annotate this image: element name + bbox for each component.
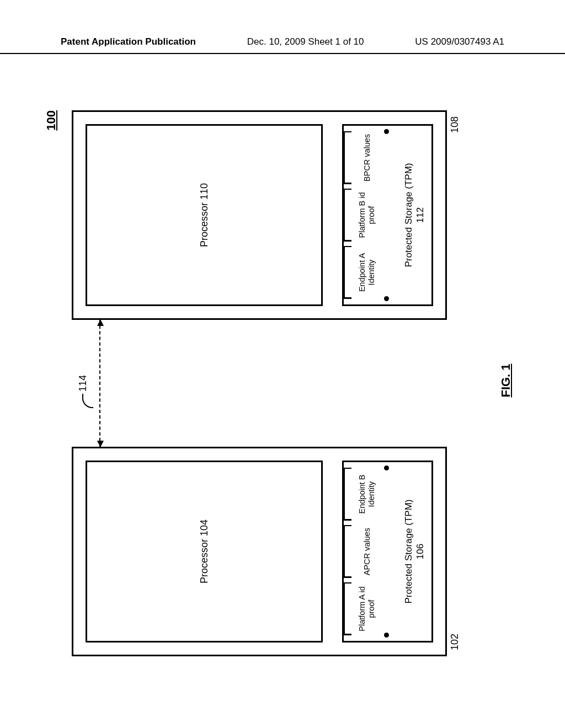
tpm-b-label-line2: 112 xyxy=(415,207,425,223)
header-publication: Patent Application Publication xyxy=(61,36,196,47)
figure-caption: FIG. 1 xyxy=(499,363,513,397)
tpm-a-slot-endpoint-b: Endpoint B Identity xyxy=(344,468,387,521)
tpm-b-label-line1: Protected Storage (TPM) xyxy=(403,163,414,267)
header-docnum: US 2009/0307493 A1 xyxy=(415,36,504,47)
tpm-a-slot-apcr: APCR values xyxy=(344,525,387,578)
platform-b: 108 Processor 110 Endpoint A Identity Pl… xyxy=(72,110,447,320)
link-ref-text: 114 xyxy=(77,375,88,392)
header-sheet: Dec. 10, 2009 Sheet 1 of 10 xyxy=(247,36,364,47)
tpm-a: Platform A id proof APCR values Endpoint… xyxy=(342,461,433,643)
tpm-b-slot-platform-id: Platform B id proof xyxy=(344,189,387,242)
tpm-a-label-line2: 106 xyxy=(415,544,425,559)
tpm-a-label: Protected Storage (TPM) 106 xyxy=(403,462,427,641)
drawing-sheet: 100 114 102 Processor 104 Platform A id … xyxy=(33,88,530,673)
figure-ref-100: 100 xyxy=(44,110,58,131)
platform-a: 102 Processor 104 Platform A id proof AP… xyxy=(72,447,447,656)
tpm-b-slot-0-label: Endpoint A Identity xyxy=(358,246,376,299)
leader-hook-icon xyxy=(82,394,93,408)
tpm-b-label: Protected Storage (TPM) 112 xyxy=(403,126,427,304)
platform-a-ref: 102 xyxy=(449,634,461,650)
tpm-a-slot-1-label: APCR values xyxy=(363,528,372,575)
tpm-a-slot-platform-id: Platform A id proof xyxy=(344,582,387,635)
tpm-a-slot-2-label: Endpoint B Identity xyxy=(358,468,376,521)
tpm-b-slot-2-label: BPCR values xyxy=(363,134,372,181)
processor-a: Processor 104 xyxy=(86,461,323,643)
tpm-b-slot-1-label: Platform B id proof xyxy=(358,189,376,242)
tpm-b: Endpoint A Identity Platform B id proof … xyxy=(342,124,433,306)
processor-b: Processor 110 xyxy=(86,124,323,306)
link-ref-114: 114 xyxy=(77,375,89,408)
platform-b-ref: 108 xyxy=(449,116,461,133)
tpm-a-label-line1: Protected Storage (TPM) xyxy=(403,500,414,604)
page-header: Patent Application Publication Dec. 10, … xyxy=(0,36,565,54)
tpm-b-slot-endpoint-a: Endpoint A Identity xyxy=(344,246,387,299)
link-line-114 xyxy=(99,320,100,447)
tpm-a-slot-0-label: Platform A id proof xyxy=(358,582,376,635)
tpm-b-slot-bpcr: BPCR values xyxy=(344,131,387,184)
